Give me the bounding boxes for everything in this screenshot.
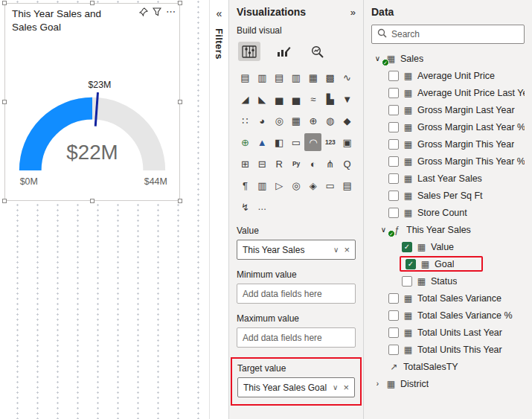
visual-type-power-apps-icon[interactable]: ▷: [271, 176, 288, 194]
field-row[interactable]: ▦Average Unit Price: [371, 67, 525, 84]
chevron-down-icon[interactable]: ∨: [374, 54, 382, 63]
report-canvas[interactable]: This Year Sales and Sales Goal ⋯ $22M$23…: [0, 0, 210, 419]
visual-type-100-stacked-bar-chart-icon[interactable]: ▦: [304, 68, 321, 86]
visual-type-area-chart-icon[interactable]: ◢: [237, 90, 254, 108]
search-input[interactable]: [391, 29, 519, 39]
visual-type-power-automate-icon[interactable]: ↯: [237, 198, 254, 216]
visual-type-scorecard-icon[interactable]: ▤: [339, 176, 356, 194]
field-checkbox[interactable]: [388, 191, 399, 201]
field-checkbox[interactable]: [388, 327, 399, 338]
visual-type-azure-map-icon[interactable]: ▲: [254, 133, 271, 151]
well-field[interactable]: This Year Sales∨×: [237, 240, 356, 260]
field-row[interactable]: ▦Status: [371, 272, 525, 290]
field-row[interactable]: ✓▦Value: [371, 238, 525, 255]
visual-type-python-visual-icon[interactable]: Py: [288, 155, 305, 173]
visual-type-matrix-icon[interactable]: ⊟: [254, 155, 271, 173]
visual-type-r-script-visual-icon[interactable]: R: [271, 155, 288, 173]
filter-icon[interactable]: [153, 7, 161, 16]
visual-type-arcgis-map-icon[interactable]: ⊕: [237, 133, 254, 151]
field-row[interactable]: ›▦District: [371, 375, 525, 392]
visual-type-smart-narrative-icon[interactable]: ¶: [237, 176, 254, 194]
field-row[interactable]: ▦Last Year Sales: [371, 170, 525, 187]
chevron-down-icon[interactable]: ∨: [333, 383, 338, 391]
visual-type-decomposition-tree-icon[interactable]: ⋔: [321, 155, 339, 173]
visual-type-line-and-stacked-column-chart-icon[interactable]: ▅: [271, 90, 288, 108]
tab-analytics[interactable]: [307, 42, 329, 61]
field-row[interactable]: ▦Total Units This Year: [371, 341, 525, 358]
selection-handle[interactable]: [90, 199, 94, 203]
field-row[interactable]: ▦Gross Margin This Year %: [371, 153, 525, 170]
visual-type-waterfall-chart-icon[interactable]: ▙: [321, 90, 339, 108]
visual-type-table-icon[interactable]: ⊞: [237, 155, 254, 173]
pin-icon[interactable]: [139, 7, 148, 16]
remove-field-icon[interactable]: ×: [344, 244, 350, 255]
chevron-right-icon[interactable]: ›: [374, 380, 382, 388]
visual-type-text-box-icon[interactable]: ▭: [321, 176, 339, 194]
visual-type-filled-map-icon[interactable]: ◍: [321, 112, 339, 129]
visual-type-pie-chart-icon[interactable]: ◕: [254, 112, 271, 129]
field-checkbox[interactable]: [388, 122, 399, 132]
field-row[interactable]: ▦Gross Margin Last Year %: [371, 118, 525, 135]
field-row[interactable]: ▦Store Count: [371, 204, 525, 221]
filters-pane-collapsed[interactable]: « Filters: [210, 0, 229, 419]
visual-type-scatter-chart-icon[interactable]: ∷: [237, 112, 254, 129]
field-row[interactable]: ▦Total Sales Variance %: [371, 307, 525, 324]
visual-type-custom-visual-icon[interactable]: ◈: [304, 176, 321, 194]
visual-type-shape-map-icon[interactable]: ◆: [339, 112, 356, 129]
visual-type-qa-visual-icon[interactable]: Q: [339, 155, 356, 173]
chevron-down-icon[interactable]: ∨: [333, 246, 339, 254]
visual-type-goals-icon[interactable]: ◎: [288, 176, 305, 194]
selection-handle[interactable]: [178, 199, 182, 203]
field-checkbox[interactable]: [402, 276, 412, 287]
field-checkbox[interactable]: [388, 71, 399, 81]
visual-type-clustered-bar-chart-icon[interactable]: ▤: [271, 68, 288, 86]
visual-type-treemap-icon[interactable]: ▦: [288, 112, 305, 129]
visual-type-kpi-icon[interactable]: ◧: [271, 133, 288, 151]
visual-type-slicer-icon[interactable]: ▣: [339, 133, 356, 151]
field-checkbox[interactable]: [388, 139, 399, 150]
selection-handle[interactable]: [178, 100, 182, 104]
visual-type-paginated-report-icon[interactable]: ▥: [254, 176, 271, 194]
field-row[interactable]: ∨▦✓Sales: [371, 50, 525, 67]
visual-type-gauge-icon[interactable]: ◠: [304, 133, 321, 151]
field-row[interactable]: ↗TotalSalesTY: [371, 358, 525, 375]
visual-type-stacked-column-chart-icon[interactable]: ▥: [254, 68, 271, 86]
selection-handle[interactable]: [2, 1, 7, 5]
field-checkbox[interactable]: ✓: [406, 259, 416, 269]
field-checkbox[interactable]: [388, 208, 399, 218]
well-field[interactable]: This Year Sales Goal∨×: [237, 377, 355, 397]
well-field[interactable]: Add data fields here: [237, 327, 356, 348]
field-row[interactable]: ∨ƒ✓This Year Sales: [371, 221, 525, 238]
selection-handle[interactable]: [90, 1, 94, 5]
field-row[interactable]: ▦Total Units Last Year: [371, 324, 525, 341]
visual-type-100-stacked-column-chart-icon[interactable]: ▩: [321, 68, 339, 86]
expand-filters-icon[interactable]: «: [217, 7, 222, 19]
visual-type-clustered-column-chart-icon[interactable]: ▥: [288, 68, 305, 86]
visual-type-ribbon-chart-icon[interactable]: ≈: [304, 90, 321, 108]
visual-type-stacked-area-chart-icon[interactable]: ◣: [254, 90, 271, 108]
field-row[interactable]: ▦Gross Margin Last Year: [371, 101, 525, 118]
gauge-visual[interactable]: This Year Sales and Sales Goal ⋯ $22M$23…: [4, 3, 180, 201]
collapse-visualizations-icon[interactable]: »: [350, 7, 356, 18]
visual-type-card-icon[interactable]: 123: [321, 133, 339, 151]
visual-type-key-influencers-icon[interactable]: ◐: [304, 155, 321, 173]
visual-type-multi-row-card-icon[interactable]: ▭: [288, 133, 305, 151]
visual-type-line-and-clustered-column-chart-icon[interactable]: ▅: [288, 90, 305, 108]
chevron-down-icon[interactable]: ∨: [379, 226, 388, 234]
well-field[interactable]: Add data fields here: [237, 284, 356, 304]
visual-type-funnel-chart-icon[interactable]: ▼: [339, 90, 356, 108]
field-checkbox[interactable]: [388, 293, 399, 304]
tab-format-visual[interactable]: [272, 42, 295, 61]
field-row[interactable]: ▦Average Unit Price Last Year: [371, 84, 525, 101]
get-more-visuals-icon[interactable]: …: [254, 198, 271, 216]
visual-type-donut-chart-icon[interactable]: ◎: [271, 112, 288, 129]
field-checkbox[interactable]: [388, 105, 399, 115]
field-checkbox[interactable]: [388, 310, 399, 321]
search-box[interactable]: [371, 25, 525, 44]
field-checkbox[interactable]: [388, 173, 399, 184]
selection-handle[interactable]: [178, 1, 182, 5]
field-row[interactable]: ▦Sales Per Sq Ft: [371, 187, 525, 204]
visual-type-line-chart-icon[interactable]: ∿: [339, 68, 356, 86]
field-row[interactable]: ✓▦Goal: [371, 255, 525, 272]
visual-type-stacked-bar-chart-icon[interactable]: ▤: [237, 68, 254, 86]
